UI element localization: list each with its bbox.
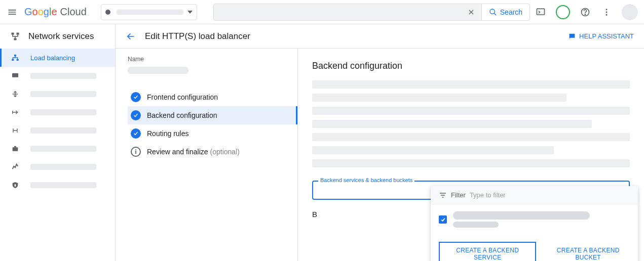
help-icon[interactable] xyxy=(579,6,591,18)
backend-services-popup: Filter Type to filter CRE xyxy=(431,186,638,261)
sidebar-header: Network services xyxy=(0,24,115,49)
check-icon xyxy=(131,110,141,120)
project-name xyxy=(117,10,183,15)
steps-column: Name Frontend configuration Backend conf… xyxy=(116,49,298,261)
status-ring-icon[interactable] xyxy=(556,5,570,19)
sidebar-item[interactable] xyxy=(0,140,115,158)
sidebar-item[interactable] xyxy=(0,85,115,103)
sidebar-item[interactable] xyxy=(0,158,115,176)
search-button[interactable]: Search xyxy=(482,4,530,21)
back-arrow-icon[interactable] xyxy=(126,31,136,41)
filter-placeholder: Type to filter xyxy=(470,191,506,199)
placeholder-line xyxy=(312,107,630,115)
sidebar-item-label xyxy=(30,73,96,79)
briefcase-icon xyxy=(10,144,20,154)
logo[interactable]: Google Cloud xyxy=(24,6,87,18)
content-row: Name Frontend configuration Backend conf… xyxy=(116,49,644,261)
sidebar-item[interactable] xyxy=(0,176,115,194)
monitor-icon xyxy=(10,71,20,81)
popup-body xyxy=(431,204,638,235)
svg-rect-9 xyxy=(14,38,17,40)
filter-icon xyxy=(439,191,447,199)
sidebar-item-label xyxy=(30,91,96,97)
top-header: Google Cloud Search xyxy=(0,0,644,24)
menu-icon[interactable] xyxy=(6,6,18,18)
sidebar-item-label xyxy=(30,109,96,115)
option-text xyxy=(453,211,590,228)
load-balancing-icon xyxy=(10,53,20,63)
sidebar-item-label xyxy=(30,127,96,134)
help-assistant-label: HELP ASSISTANT xyxy=(579,32,634,40)
sidebar-item-label xyxy=(30,146,96,152)
svg-rect-16 xyxy=(15,185,16,187)
project-dot-icon xyxy=(105,10,110,15)
step-routing[interactable]: Routing rules xyxy=(128,124,285,143)
backend-option-row[interactable] xyxy=(439,211,630,228)
sidebar-item-label xyxy=(30,182,96,188)
page-title: Edit HTTP(S) load balancer xyxy=(145,31,250,41)
search-group: Search xyxy=(213,4,530,21)
chat-icon xyxy=(568,32,576,40)
chevron-down-icon xyxy=(187,11,193,14)
step-label: Routing rules xyxy=(147,129,189,138)
sidebar-title: Network services xyxy=(28,31,94,41)
svg-point-5 xyxy=(606,11,608,13)
body: Network services Load balancing xyxy=(0,24,644,261)
step-frontend[interactable]: Frontend configuration xyxy=(128,88,285,106)
sidebar-item-load-balancing[interactable]: Load balancing xyxy=(0,49,115,67)
arrow-right-icon xyxy=(10,107,20,117)
sidebar-item[interactable] xyxy=(0,67,115,85)
avatar[interactable] xyxy=(622,4,638,20)
check-icon xyxy=(131,128,141,139)
sidebar-item-label xyxy=(30,164,96,170)
check-icon xyxy=(131,92,141,102)
name-value xyxy=(128,67,188,74)
search-icon xyxy=(489,8,497,16)
popup-actions: CREATE A BACKEND SERVICE CREATE A BACKEN… xyxy=(431,235,638,261)
step-label: Backend configuration xyxy=(147,111,217,119)
logo-suffix: Cloud xyxy=(60,6,87,18)
shield-icon xyxy=(10,180,20,190)
page-header: Edit HTTP(S) load balancer HELP ASSISTAN… xyxy=(116,24,644,49)
connect-icon xyxy=(10,125,20,136)
step-review[interactable]: i Review and finalize (optional) xyxy=(128,143,285,161)
sidebar-items: Load balancing xyxy=(0,49,115,261)
option-title xyxy=(453,211,590,220)
search-input[interactable] xyxy=(213,4,482,21)
filter-bar[interactable]: Filter Type to filter xyxy=(431,186,638,204)
checkbox-checked-icon[interactable] xyxy=(439,215,447,224)
cloud-shell-icon[interactable] xyxy=(535,6,547,18)
filter-label: Filter xyxy=(451,191,466,199)
project-selector[interactable] xyxy=(101,4,197,20)
sidebar-item-label: Load balancing xyxy=(30,54,75,62)
svg-point-6 xyxy=(606,14,608,15)
placeholder-line xyxy=(312,146,554,154)
step-label: Frontend configuration xyxy=(147,93,218,101)
svg-rect-14 xyxy=(13,147,18,151)
panel-heading: Backend configuration xyxy=(312,61,630,71)
sidebar-item[interactable] xyxy=(0,103,115,121)
create-backend-bucket-button[interactable]: CREATE A BACKEND BUCKET xyxy=(546,242,630,261)
placeholder-line xyxy=(312,133,630,141)
move-icon xyxy=(10,89,20,99)
svg-rect-12 xyxy=(17,59,19,61)
svg-point-4 xyxy=(606,9,608,10)
svg-point-0 xyxy=(490,9,495,14)
more-icon[interactable] xyxy=(600,6,613,18)
clear-icon[interactable] xyxy=(465,6,477,18)
info-icon: i xyxy=(131,147,141,157)
step-backend[interactable]: Backend configuration xyxy=(128,106,297,124)
search-button-label: Search xyxy=(500,8,522,16)
svg-rect-7 xyxy=(12,33,14,35)
placeholder-line xyxy=(312,80,630,89)
sidebar-item[interactable] xyxy=(0,121,115,140)
option-subtitle xyxy=(453,222,499,228)
help-assistant-button[interactable]: HELP ASSISTANT xyxy=(568,32,634,40)
chart-icon xyxy=(10,162,20,172)
create-backend-service-button[interactable]: CREATE A BACKEND SERVICE xyxy=(439,242,536,261)
step-label: Review and finalize (optional) xyxy=(147,148,240,156)
svg-rect-10 xyxy=(14,55,16,56)
svg-point-3 xyxy=(585,14,585,14)
placeholder-line xyxy=(312,120,592,128)
network-services-icon xyxy=(10,31,20,41)
